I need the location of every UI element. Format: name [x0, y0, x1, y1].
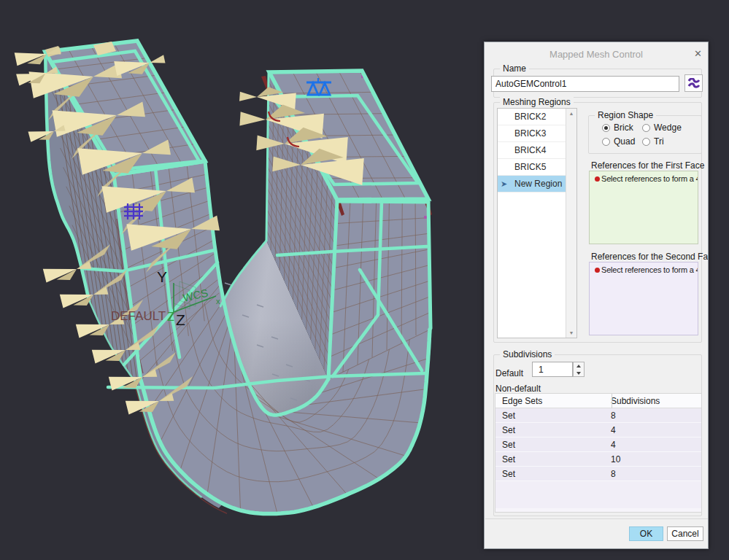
svg-text:x: x: [216, 297, 220, 306]
svg-text:Z: Z: [176, 311, 185, 328]
svg-text:Z: Z: [167, 311, 174, 323]
svg-text:Y: Y: [157, 268, 167, 285]
svg-text:DEFAULT: DEFAULT: [111, 309, 166, 323]
